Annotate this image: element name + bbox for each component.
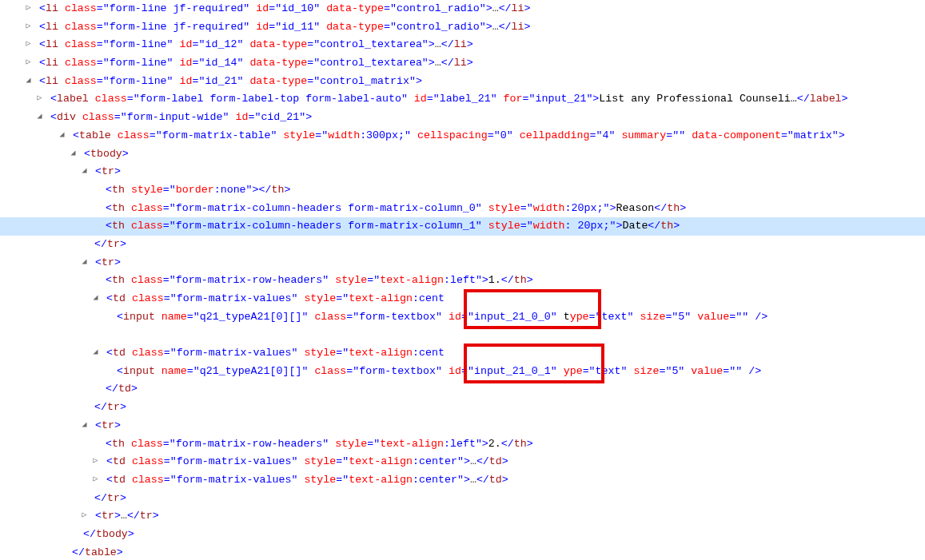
expand-down-icon[interactable]: ◢ (91, 289, 100, 308)
code-line[interactable]: <th class="form-matrix-column-headers fo… (0, 200, 925, 218)
expand-down-icon[interactable]: ◢ (58, 126, 66, 145)
expand-right-icon[interactable]: ▷ (91, 471, 100, 489)
code-line[interactable]: <input name="q21_typeA21[0][]" class="fo… (0, 308, 925, 327)
expand-down-icon[interactable]: ◢ (24, 72, 33, 90)
code-line[interactable]: ▷ <li class="form-line jf-required" id="… (0, 0, 925, 18)
code-line[interactable]: ◢ <li class="form-line" id="id_21" data-… (0, 73, 925, 91)
code-line[interactable]: </tr> (0, 490, 925, 508)
expand-down-icon[interactable]: ◢ (91, 344, 100, 362)
code-line[interactable]: ◢ <tr> (0, 254, 925, 272)
code-line[interactable]: <th style="border:none"></th> (0, 181, 925, 200)
expand-right-icon[interactable]: ▷ (24, 0, 33, 18)
code-line[interactable]: ▷ <td class="form-matrix-values" style="… (0, 453, 925, 471)
expand-down-icon[interactable]: ◢ (80, 162, 89, 181)
code-line[interactable]: ▷ <tr>…</tr> (0, 507, 925, 526)
code-line[interactable]: </td> (0, 380, 925, 399)
code-line[interactable]: ▷ <label class="form-label form-label-to… (0, 90, 925, 109)
expand-down-icon[interactable]: ◢ (69, 145, 78, 163)
expand-right-icon[interactable]: ▷ (91, 452, 100, 471)
expand-right-icon[interactable]: ▷ (24, 35, 33, 54)
code-line[interactable]: ◢ <tr> (0, 417, 925, 435)
code-line[interactable]: </tr> (0, 236, 925, 254)
code-line[interactable]: ▷ <li class="form-line" id="id_12" data-… (0, 36, 925, 54)
expand-right-icon[interactable]: ▷ (24, 18, 33, 36)
expand-right-icon[interactable]: ▷ (80, 506, 89, 525)
expand-right-icon[interactable]: ▷ (24, 54, 33, 72)
code-line[interactable]: ◢ <tbody> (0, 145, 925, 164)
code-line[interactable]: </tr> (0, 399, 925, 417)
code-line[interactable]: </table> (0, 544, 925, 560)
code-line[interactable]: ◢ <table class="form-matrix-table" style… (0, 127, 925, 145)
code-line[interactable]: ◢ <td class="form-matrix-values" style="… (0, 290, 925, 308)
code-line[interactable]: ◢ <tr> (0, 163, 925, 181)
code-line (0, 326, 925, 344)
code-line[interactable]: ▷ <li class="form-line" id="id_14" data-… (0, 54, 925, 73)
code-line[interactable]: <input name="q21_typeA21[0][]" class="fo… (0, 363, 925, 381)
code-line[interactable]: <th class="form-matrix-row-headers" styl… (0, 272, 925, 290)
expand-down-icon[interactable]: ◢ (80, 253, 89, 272)
code-line[interactable]: </tbody> (0, 526, 925, 544)
code-line[interactable]: ◢ <div class="form-input-wide" id="cid_2… (0, 109, 925, 127)
expand-right-icon[interactable]: ▷ (35, 89, 44, 108)
code-line[interactable]: <th class="form-matrix-row-headers" styl… (0, 435, 925, 454)
dom-inspector[interactable]: ▷ <li class="form-line jf-required" id="… (0, 0, 925, 560)
expand-down-icon[interactable]: ◢ (80, 416, 89, 435)
code-line[interactable]: ◢ <td class="form-matrix-values" style="… (0, 344, 925, 363)
code-line[interactable]: ▷ <li class="form-line jf-required" id="… (0, 18, 925, 37)
expand-down-icon[interactable]: ◢ (35, 108, 44, 126)
code-line-selected[interactable]: <th class="form-matrix-column-headers fo… (0, 217, 925, 236)
code-line[interactable]: ▷ <td class="form-matrix-values" style="… (0, 471, 925, 490)
